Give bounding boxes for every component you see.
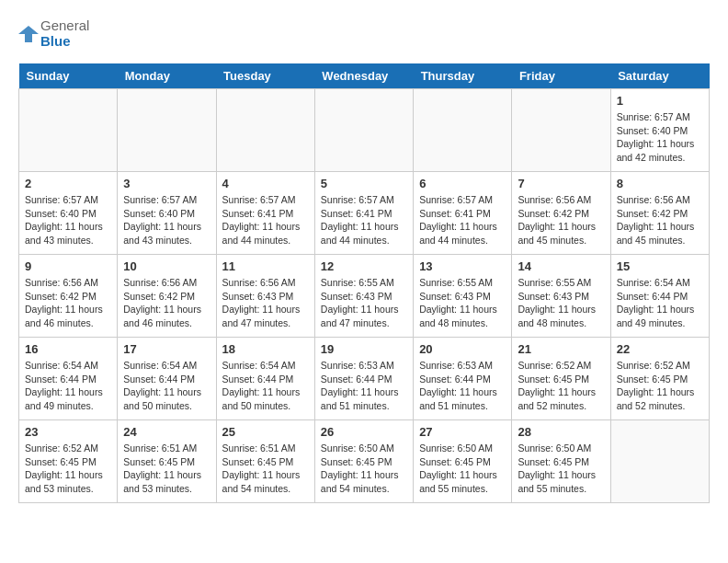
day-cell: 16Sunrise: 6:54 AMSunset: 6:44 PMDayligh… xyxy=(19,338,118,420)
day-cell: 20Sunrise: 6:53 AMSunset: 6:44 PMDayligh… xyxy=(414,338,512,420)
day-info: Sunrise: 6:51 AMSunset: 6:45 PMDaylight:… xyxy=(222,442,309,496)
day-number: 20 xyxy=(419,342,506,356)
day-info: Sunrise: 6:56 AMSunset: 6:42 PMDaylight:… xyxy=(25,276,111,330)
day-number: 6 xyxy=(419,177,506,190)
day-number: 18 xyxy=(222,342,309,356)
day-info: Sunrise: 6:57 AMSunset: 6:40 PMDaylight:… xyxy=(123,193,210,247)
day-cell: 9Sunrise: 6:56 AMSunset: 6:42 PMDaylight… xyxy=(19,255,118,338)
day-info: Sunrise: 6:52 AMSunset: 6:45 PMDaylight:… xyxy=(617,359,703,413)
day-cell xyxy=(610,420,709,503)
logo-bird-icon xyxy=(18,24,39,44)
day-info: Sunrise: 6:50 AMSunset: 6:45 PMDaylight:… xyxy=(419,442,506,496)
day-cell: 17Sunrise: 6:54 AMSunset: 6:44 PMDayligh… xyxy=(118,338,216,420)
day-info: Sunrise: 6:54 AMSunset: 6:44 PMDaylight:… xyxy=(123,359,210,413)
svg-marker-0 xyxy=(18,26,39,42)
logo-general-text: General xyxy=(40,18,89,34)
day-number: 7 xyxy=(518,177,604,190)
day-number: 5 xyxy=(321,177,407,190)
day-info: Sunrise: 6:53 AMSunset: 6:44 PMDaylight:… xyxy=(321,359,407,413)
day-cell: 22Sunrise: 6:52 AMSunset: 6:45 PMDayligh… xyxy=(610,338,709,420)
day-info: Sunrise: 6:56 AMSunset: 6:43 PMDaylight:… xyxy=(222,276,309,330)
week-row-4: 23Sunrise: 6:52 AMSunset: 6:45 PMDayligh… xyxy=(19,420,710,503)
day-cell: 21Sunrise: 6:52 AMSunset: 6:45 PMDayligh… xyxy=(512,338,610,420)
week-row-2: 9Sunrise: 6:56 AMSunset: 6:42 PMDaylight… xyxy=(19,255,710,338)
day-cell: 26Sunrise: 6:50 AMSunset: 6:45 PMDayligh… xyxy=(314,420,413,503)
logo-blue-text: Blue xyxy=(40,34,89,50)
day-cell: 23Sunrise: 6:52 AMSunset: 6:45 PMDayligh… xyxy=(19,420,118,503)
day-info: Sunrise: 6:52 AMSunset: 6:45 PMDaylight:… xyxy=(25,442,111,496)
header-friday: Friday xyxy=(512,63,610,89)
day-cell xyxy=(19,89,118,172)
day-info: Sunrise: 6:57 AMSunset: 6:40 PMDaylight:… xyxy=(25,193,111,247)
day-info: Sunrise: 6:50 AMSunset: 6:45 PMDaylight:… xyxy=(321,442,407,496)
logo: General Blue xyxy=(18,18,89,49)
day-info: Sunrise: 6:51 AMSunset: 6:45 PMDaylight:… xyxy=(123,442,210,496)
day-cell xyxy=(512,89,610,172)
day-info: Sunrise: 6:56 AMSunset: 6:42 PMDaylight:… xyxy=(518,193,604,247)
day-number: 14 xyxy=(518,259,604,273)
day-info: Sunrise: 6:57 AMSunset: 6:41 PMDaylight:… xyxy=(321,193,407,247)
day-cell: 11Sunrise: 6:56 AMSunset: 6:43 PMDayligh… xyxy=(216,255,314,338)
day-number: 26 xyxy=(321,425,407,439)
day-number: 1 xyxy=(617,94,703,108)
day-number: 22 xyxy=(617,342,703,356)
day-cell: 15Sunrise: 6:54 AMSunset: 6:44 PMDayligh… xyxy=(610,255,709,338)
day-number: 24 xyxy=(123,425,210,439)
day-number: 16 xyxy=(25,342,111,356)
header-thursday: Thursday xyxy=(414,63,512,89)
day-number: 12 xyxy=(321,259,407,273)
day-number: 15 xyxy=(617,259,703,273)
day-cell: 18Sunrise: 6:54 AMSunset: 6:44 PMDayligh… xyxy=(216,338,314,420)
day-info: Sunrise: 6:53 AMSunset: 6:44 PMDaylight:… xyxy=(419,359,506,413)
day-cell: 27Sunrise: 6:50 AMSunset: 6:45 PMDayligh… xyxy=(414,420,512,503)
day-cell xyxy=(216,89,314,172)
day-cell xyxy=(118,89,216,172)
day-info: Sunrise: 6:56 AMSunset: 6:42 PMDaylight:… xyxy=(123,276,210,330)
day-info: Sunrise: 6:54 AMSunset: 6:44 PMDaylight:… xyxy=(222,359,309,413)
page-header: General Blue xyxy=(18,18,710,49)
day-info: Sunrise: 6:55 AMSunset: 6:43 PMDaylight:… xyxy=(419,276,506,330)
day-info: Sunrise: 6:56 AMSunset: 6:42 PMDaylight:… xyxy=(617,193,703,247)
day-cell: 3Sunrise: 6:57 AMSunset: 6:40 PMDaylight… xyxy=(118,172,216,255)
day-number: 17 xyxy=(123,342,210,356)
day-info: Sunrise: 6:50 AMSunset: 6:45 PMDaylight:… xyxy=(518,442,604,496)
calendar-header-row: SundayMondayTuesdayWednesdayThursdayFrid… xyxy=(19,63,710,89)
day-number: 3 xyxy=(123,177,210,190)
day-cell xyxy=(314,89,413,172)
day-cell xyxy=(414,89,512,172)
day-cell: 13Sunrise: 6:55 AMSunset: 6:43 PMDayligh… xyxy=(414,255,512,338)
day-cell: 24Sunrise: 6:51 AMSunset: 6:45 PMDayligh… xyxy=(118,420,216,503)
day-cell: 28Sunrise: 6:50 AMSunset: 6:45 PMDayligh… xyxy=(512,420,610,503)
day-number: 10 xyxy=(123,259,210,273)
day-info: Sunrise: 6:54 AMSunset: 6:44 PMDaylight:… xyxy=(617,276,703,330)
calendar-table: SundayMondayTuesdayWednesdayThursdayFrid… xyxy=(18,63,710,503)
day-number: 23 xyxy=(25,425,111,439)
day-cell: 14Sunrise: 6:55 AMSunset: 6:43 PMDayligh… xyxy=(512,255,610,338)
week-row-3: 16Sunrise: 6:54 AMSunset: 6:44 PMDayligh… xyxy=(19,338,710,420)
day-info: Sunrise: 6:57 AMSunset: 6:40 PMDaylight:… xyxy=(617,110,703,165)
day-cell: 6Sunrise: 6:57 AMSunset: 6:41 PMDaylight… xyxy=(414,172,512,255)
day-number: 4 xyxy=(222,177,309,190)
day-number: 11 xyxy=(222,259,309,273)
week-row-1: 2Sunrise: 6:57 AMSunset: 6:40 PMDaylight… xyxy=(19,172,710,255)
day-number: 2 xyxy=(25,177,111,190)
day-cell: 1Sunrise: 6:57 AMSunset: 6:40 PMDaylight… xyxy=(610,89,709,172)
header-sunday: Sunday xyxy=(19,63,118,89)
day-cell: 2Sunrise: 6:57 AMSunset: 6:40 PMDaylight… xyxy=(19,172,118,255)
day-cell: 7Sunrise: 6:56 AMSunset: 6:42 PMDaylight… xyxy=(512,172,610,255)
header-saturday: Saturday xyxy=(610,63,709,89)
day-cell: 25Sunrise: 6:51 AMSunset: 6:45 PMDayligh… xyxy=(216,420,314,503)
day-info: Sunrise: 6:55 AMSunset: 6:43 PMDaylight:… xyxy=(518,276,604,330)
day-cell: 4Sunrise: 6:57 AMSunset: 6:41 PMDaylight… xyxy=(216,172,314,255)
header-tuesday: Tuesday xyxy=(216,63,314,89)
logo-container: General Blue xyxy=(18,18,89,49)
header-monday: Monday xyxy=(118,63,216,89)
day-info: Sunrise: 6:52 AMSunset: 6:45 PMDaylight:… xyxy=(518,359,604,413)
day-info: Sunrise: 6:57 AMSunset: 6:41 PMDaylight:… xyxy=(419,193,506,247)
header-wednesday: Wednesday xyxy=(314,63,413,89)
day-info: Sunrise: 6:54 AMSunset: 6:44 PMDaylight:… xyxy=(25,359,111,413)
day-number: 25 xyxy=(222,425,309,439)
day-number: 13 xyxy=(419,259,506,273)
day-number: 27 xyxy=(419,425,506,439)
day-cell: 8Sunrise: 6:56 AMSunset: 6:42 PMDaylight… xyxy=(610,172,709,255)
